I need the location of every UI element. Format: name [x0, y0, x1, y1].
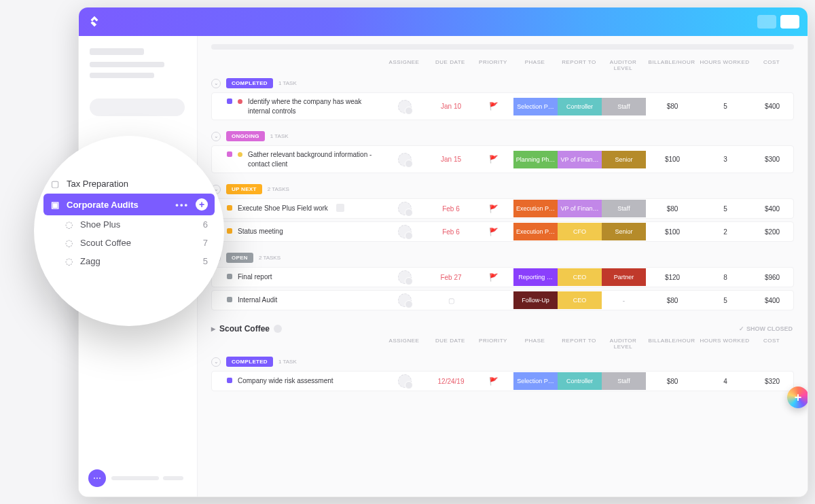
tag-staff[interactable]: Staff	[602, 372, 646, 390]
due-date[interactable]: ▢	[428, 297, 474, 304]
collapse-toggle-icon[interactable]: ⌄	[211, 132, 221, 141]
tag-reporting[interactable]: Reporting …	[513, 268, 558, 286]
hours-worked[interactable]: 4	[699, 378, 752, 385]
status-pill[interactable]: OPEN	[226, 253, 253, 263]
due-date[interactable]: 12/24/19	[428, 378, 474, 385]
tag-partner[interactable]: Partner	[602, 268, 646, 286]
folder-options-icon[interactable]: •••	[175, 200, 189, 210]
status-pill[interactable]: UP NEXT	[226, 184, 262, 194]
priority-flag-icon[interactable]: 🚩	[474, 204, 513, 213]
tag-controller[interactable]: Controller	[558, 98, 602, 115]
status-square-icon[interactable]	[227, 151, 232, 157]
cost[interactable]: $400	[752, 103, 793, 110]
tag-selection[interactable]: Selection P…	[513, 372, 558, 390]
cost[interactable]: $200	[752, 228, 793, 236]
assignee-avatar[interactable]	[398, 153, 412, 166]
tag-vpfin[interactable]: VP of Finan…	[558, 200, 602, 217]
task-row[interactable]: Status meeting Feb 6 🚩 Execution P… CFO …	[211, 221, 794, 242]
cost[interactable]: $400	[752, 205, 793, 213]
billable-rate[interactable]: $80	[646, 103, 699, 110]
list-shoe-plus[interactable]: ◌ Shoe Plus 6	[43, 215, 215, 234]
window-minimize-button[interactable]	[757, 15, 776, 29]
billable-rate[interactable]: $100	[646, 228, 699, 236]
billable-rate[interactable]: $120	[646, 274, 699, 281]
assignee-avatar[interactable]	[398, 374, 412, 388]
hours-worked[interactable]: 5	[699, 205, 752, 213]
billable-rate[interactable]: $100	[646, 156, 699, 163]
tag-controller[interactable]: Controller	[558, 372, 602, 390]
status-square-icon[interactable]	[227, 274, 232, 279]
priority-flag-icon[interactable]: 🚩	[474, 155, 513, 164]
due-date[interactable]: Jan 15	[428, 156, 474, 163]
hours-worked[interactable]: 5	[699, 297, 752, 304]
auditor-level[interactable]: -	[602, 297, 646, 304]
due-date[interactable]: Feb 6	[428, 205, 474, 213]
billable-rate[interactable]: $80	[646, 297, 699, 304]
priority-flag-icon[interactable]: 🚩	[474, 228, 513, 236]
tag-vpfin[interactable]: VP of Finan…	[558, 151, 602, 168]
tag-followup[interactable]: Follow-Up	[513, 291, 558, 309]
chat-button[interactable]: ⋯	[88, 469, 106, 487]
status-square-icon[interactable]	[227, 205, 232, 211]
tag-cfo[interactable]: CFO	[558, 223, 602, 240]
assignee-avatar[interactable]	[398, 202, 412, 215]
assignee-avatar[interactable]	[398, 293, 412, 307]
priority-flag-icon[interactable]: 🚩	[474, 377, 513, 386]
sidebar-search-placeholder[interactable]	[90, 98, 185, 116]
task-row[interactable]: Identify where the company has weak inte…	[211, 92, 794, 120]
tag-ceo[interactable]: CEO	[558, 268, 602, 286]
tag-senior[interactable]: Senior	[602, 223, 646, 240]
tag-ceo[interactable]: CEO	[558, 291, 602, 309]
cost[interactable]: $960	[752, 274, 793, 281]
status-pill[interactable]: ONGOING	[226, 131, 265, 141]
task-row[interactable]: Final report Feb 27 🚩 Reporting … CEO Pa…	[211, 267, 794, 287]
list-zagg[interactable]: ◌ Zagg 5	[43, 252, 215, 270]
window-close-button[interactable]	[780, 15, 799, 29]
add-task-fab[interactable]: +	[787, 386, 808, 408]
billable-rate[interactable]: $80	[646, 378, 699, 385]
hours-worked[interactable]: 8	[699, 274, 752, 281]
hours-worked[interactable]: 2	[699, 228, 752, 236]
section-header[interactable]: ▸ Scout Coffee ✓ SHOW CLOSED	[211, 324, 794, 334]
folder-tax-preparation[interactable]: ▢ Tax Preparation	[43, 174, 215, 194]
folder-corporate-audits[interactable]: ▣ Corporate Audits ••• +	[43, 194, 215, 215]
status-pill[interactable]: COMPLETED	[226, 357, 273, 367]
status-square-icon[interactable]	[227, 378, 232, 383]
assignee-avatar[interactable]	[398, 270, 412, 284]
collapse-toggle-icon[interactable]: ⌄	[211, 79, 221, 88]
status-square-icon[interactable]	[227, 98, 232, 104]
priority-flag-icon[interactable]: 🚩	[474, 273, 513, 282]
tag-execution[interactable]: Execution P…	[513, 223, 558, 240]
priority-flag-icon[interactable]: 🚩	[474, 102, 513, 111]
tag-staff[interactable]: Staff	[602, 98, 646, 115]
due-date[interactable]: Feb 27	[428, 274, 474, 281]
subtask-icon[interactable]	[336, 204, 344, 212]
tag-execution[interactable]: Execution P…	[513, 200, 558, 217]
tag-selection[interactable]: Selection P…	[513, 98, 558, 115]
info-icon[interactable]	[274, 325, 282, 333]
status-square-icon[interactable]	[227, 228, 232, 234]
assignee-avatar[interactable]	[398, 225, 412, 238]
hours-worked[interactable]: 5	[699, 103, 752, 110]
task-row[interactable]: Execute Shoe Plus Field work Feb 6 🚩 Exe…	[211, 198, 794, 219]
tag-planning[interactable]: Planning Ph…	[513, 151, 558, 168]
collapse-toggle-icon[interactable]: ⌄	[211, 357, 221, 367]
assignee-avatar[interactable]	[398, 100, 412, 113]
add-list-button[interactable]: +	[196, 198, 208, 211]
cost[interactable]: $400	[752, 297, 793, 304]
due-date[interactable]: Jan 10	[428, 103, 474, 110]
billable-rate[interactable]: $80	[646, 205, 699, 213]
tag-senior[interactable]: Senior	[602, 151, 646, 168]
task-row[interactable]: Gather relevant background information -…	[211, 145, 794, 173]
status-square-icon[interactable]	[227, 297, 232, 302]
show-closed-toggle[interactable]: ✓ SHOW CLOSED	[739, 325, 793, 332]
task-row[interactable]: Internal Audit ▢ Follow-Up CEO - $80 5 $…	[211, 290, 794, 310]
task-row[interactable]: Company wide risk assessment 12/24/19 🚩 …	[211, 371, 794, 391]
cost[interactable]: $320	[752, 378, 793, 385]
cost[interactable]: $300	[752, 156, 793, 163]
due-date[interactable]: Feb 6	[428, 228, 474, 236]
status-pill[interactable]: COMPLETED	[226, 78, 273, 88]
hours-worked[interactable]: 3	[699, 156, 752, 163]
list-scout-coffee[interactable]: ◌ Scout Coffee 7	[43, 234, 215, 252]
tag-staff[interactable]: Staff	[602, 200, 646, 217]
